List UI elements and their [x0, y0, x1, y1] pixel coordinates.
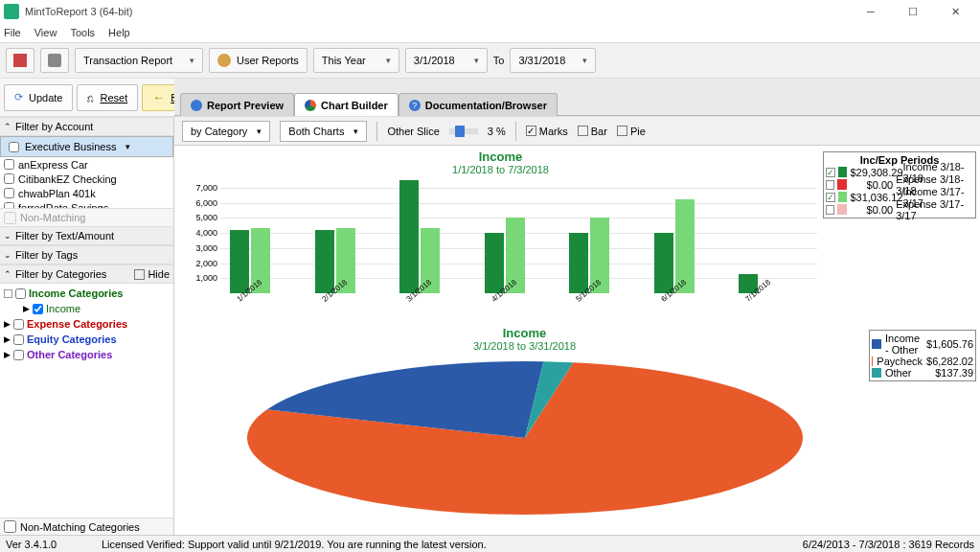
minimize-button[interactable]: ─: [850, 0, 892, 23]
category-tree[interactable]: Income Categories ▶Income ▶Expense Categ…: [0, 284, 173, 518]
account-row[interactable]: anExpress Car: [0, 157, 173, 172]
new-report-icon[interactable]: [6, 48, 34, 73]
legend-checkbox[interactable]: [826, 205, 834, 215]
category-equity[interactable]: ▶Equity Categories: [2, 332, 171, 347]
category-income[interactable]: Income Categories: [2, 286, 171, 301]
account-checkbox[interactable]: [9, 142, 19, 152]
other-slice-label: Other Slice: [387, 126, 439, 137]
non-matching-categories[interactable]: Non-Matching Categories: [0, 518, 173, 535]
legend-swatch: [837, 204, 847, 215]
filter-tags-header[interactable]: ⌄Filter by Tags: [0, 245, 173, 264]
category-income-sub[interactable]: ▶Income: [2, 301, 171, 316]
legend-swatch: [872, 339, 881, 349]
bar-legend: Inc/Exp Periods $29,308.29 Income 3/18-3…: [823, 151, 976, 218]
tab-chart-builder[interactable]: Chart Builder: [294, 93, 399, 116]
non-matching-cats-checkbox[interactable]: [4, 520, 16, 533]
tab-documentation[interactable]: ?Documentation/Browser: [399, 93, 558, 116]
report-preview-icon: [191, 100, 202, 111]
menu-help[interactable]: Help: [108, 27, 130, 38]
account-row[interactable]: ferredRate Savings: [0, 200, 173, 209]
filter-tags-label: Filter by Tags: [15, 249, 78, 261]
menu-tools[interactable]: Tools: [70, 27, 95, 38]
account-row[interactable]: chwabPlan 401k: [0, 186, 173, 200]
legend-name: Income - Other: [885, 333, 923, 356]
to-label: To: [493, 55, 505, 66]
account-checkbox[interactable]: [4, 173, 14, 184]
expand-icon[interactable]: ▶: [4, 350, 11, 359]
filter-text-header[interactable]: ⌄Filter by Text/Amount: [0, 226, 173, 245]
category-label: Other Categories: [27, 349, 112, 360]
tab-label: Chart Builder: [321, 100, 388, 111]
date-from-select[interactable]: 3/1/2018: [405, 48, 488, 73]
bar-chart-title: Income: [184, 150, 817, 164]
expand-icon[interactable]: ▶: [23, 304, 30, 313]
account-name: ferredRate Savings: [18, 202, 108, 210]
legend-checkbox[interactable]: [826, 193, 835, 202]
report-type-select[interactable]: Transaction Report: [75, 48, 203, 73]
legend-amount: $31,036.12: [850, 192, 900, 203]
marks-checkbox[interactable]: Marks: [526, 126, 568, 137]
filter-account-header[interactable]: ⌃Filter by Account: [0, 117, 173, 136]
category-checkbox[interactable]: [13, 319, 24, 330]
slider-thumb[interactable]: [455, 126, 465, 137]
close-button[interactable]: ✕: [934, 0, 976, 23]
menu-file[interactable]: File: [4, 27, 21, 38]
pie-label: Pie: [630, 126, 646, 137]
account-checkbox[interactable]: [4, 188, 14, 198]
pie-svg: [228, 352, 822, 524]
legend-swatch: [838, 192, 847, 202]
category-other[interactable]: ▶Other Categories: [2, 347, 171, 362]
pie-chart-subtitle: 3/1/2018 to 3/31/2018: [184, 340, 865, 352]
filter-text-label: Filter by Text/Amount: [15, 230, 114, 242]
expand-icon[interactable]: ▶: [4, 334, 11, 344]
account-checkbox[interactable]: [4, 159, 14, 170]
expand-icon[interactable]: ▶: [4, 319, 11, 329]
other-slice-pct: 3 %: [488, 126, 506, 137]
filter-categories-label: Filter by Categories: [15, 268, 106, 280]
legend-amount: $0.00: [850, 179, 894, 191]
period-select[interactable]: This Year: [313, 48, 399, 73]
account-row[interactable]: Executive Business: [0, 136, 173, 157]
menu-view[interactable]: View: [34, 27, 57, 38]
print-icon[interactable]: [40, 48, 69, 73]
help-icon: ?: [409, 100, 421, 111]
secondary-toolbar: ⟳Update ⎌Reset ←Back Report Preview Char…: [0, 79, 980, 117]
category-checkbox[interactable]: [13, 350, 24, 360]
legend-label: Expense 3/17-3/17: [896, 198, 973, 221]
bar-label: Bar: [591, 126, 607, 137]
collapse-icon[interactable]: [4, 289, 12, 298]
legend-checkbox[interactable]: [826, 168, 835, 177]
update-label: Update: [29, 92, 62, 104]
date-to-select[interactable]: 3/31/2018: [510, 48, 596, 73]
user-reports-label: User Reports: [237, 55, 299, 66]
other-slice-slider[interactable]: [449, 128, 478, 134]
bar-checkbox[interactable]: Bar: [578, 126, 607, 137]
maximize-button[interactable]: ☐: [892, 0, 934, 23]
legend-amount: $6,282.02: [926, 356, 973, 367]
non-matching-label: Non-Matching: [20, 212, 85, 223]
non-matching-cats-label: Non-Matching Categories: [20, 521, 140, 533]
account-row[interactable]: CitibankEZ Checking: [0, 172, 173, 186]
back-arrow-icon: ←: [152, 90, 165, 104]
update-button[interactable]: ⟳Update: [4, 84, 73, 111]
hide-checkbox[interactable]: [134, 269, 145, 280]
category-checkbox[interactable]: [13, 334, 24, 345]
legend-checkbox[interactable]: [826, 180, 834, 190]
pie-checkbox[interactable]: Pie: [617, 126, 646, 137]
chart-toolbar: by Category Both Charts Other Slice 3 % …: [174, 117, 980, 146]
category-label: Income Categories: [29, 288, 123, 299]
account-checkbox[interactable]: [4, 202, 14, 209]
category-checkbox[interactable]: [15, 288, 26, 299]
content-area: by Category Both Charts Other Slice 3 % …: [174, 117, 980, 535]
account-list[interactable]: Executive Business anExpress Car Citiban…: [0, 136, 173, 209]
chartmode-select[interactable]: Both Charts: [280, 121, 367, 142]
groupby-select[interactable]: by Category: [182, 121, 270, 142]
tab-report-preview[interactable]: Report Preview: [180, 93, 294, 116]
account-name: CitibankEZ Checking: [18, 173, 117, 185]
reset-button[interactable]: ⎌Reset: [77, 84, 138, 111]
category-checkbox[interactable]: [33, 304, 43, 314]
filter-categories-header[interactable]: ⌃Filter by Categories Hide: [0, 264, 173, 284]
user-reports-button[interactable]: User Reports: [209, 48, 308, 73]
report-type-label: Transaction Report: [83, 55, 172, 66]
category-expense[interactable]: ▶Expense Categories: [2, 316, 171, 332]
